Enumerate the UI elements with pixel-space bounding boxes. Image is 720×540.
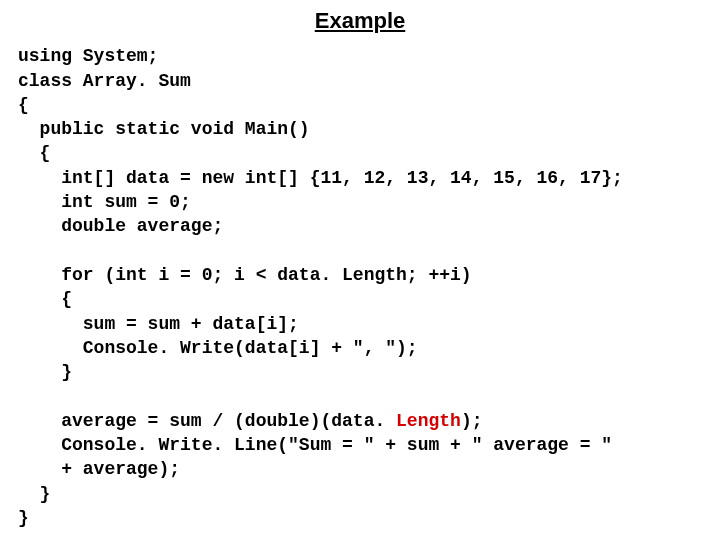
code-line: { xyxy=(18,289,72,309)
code-line: class Array. Sum xyxy=(18,71,191,91)
code-line: } xyxy=(18,484,50,504)
code-frag: ); xyxy=(461,411,483,431)
code-line: { xyxy=(18,143,50,163)
code-line: for (int i = 0; i < data. Length; ++i) xyxy=(18,265,472,285)
code-line: int[] data = new int[] {11, 12, 13, 14, … xyxy=(18,168,623,188)
code-line: using System; xyxy=(18,46,158,66)
code-line: int sum = 0; xyxy=(18,192,191,212)
keyword-length: Length xyxy=(396,411,461,431)
code-line: { xyxy=(18,95,29,115)
code-line: public static void Main() xyxy=(18,119,310,139)
code-line: + average); xyxy=(18,459,180,479)
code-line: } xyxy=(18,362,72,382)
code-line: Console. Write(data[i] + ", "); xyxy=(18,338,418,358)
code-line: } xyxy=(18,508,29,528)
slide-title: Example xyxy=(0,8,720,34)
code-frag: average = sum / (double)(data. xyxy=(18,411,396,431)
code-line: double average; xyxy=(18,216,223,236)
code-block: using System; class Array. Sum { public … xyxy=(18,20,702,530)
code-line: Console. Write. Line("Sum = " + sum + " … xyxy=(18,435,612,455)
code-line: average = sum / (double)(data. Length); xyxy=(18,411,482,431)
code-line: sum = sum + data[i]; xyxy=(18,314,299,334)
slide: Example using System; class Array. Sum {… xyxy=(0,0,720,540)
